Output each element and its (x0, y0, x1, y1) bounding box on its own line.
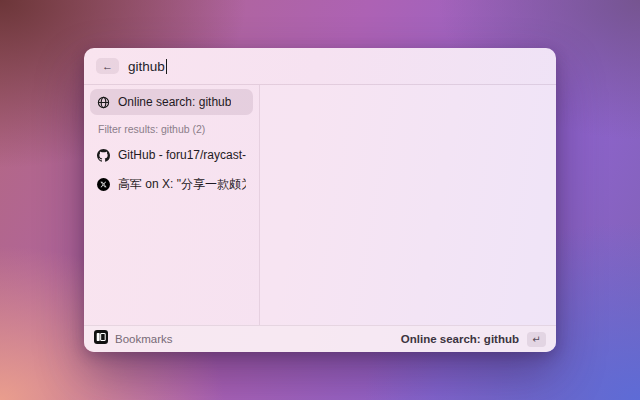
primary-action[interactable]: Online search: github ↵ (401, 332, 546, 347)
search-query-text: github (128, 59, 165, 74)
text-caret (166, 59, 168, 74)
launcher-window: ← github Online search: github (84, 48, 556, 352)
filter-results-header: Filter results: github (2) (90, 123, 253, 135)
window-body: Online search: github Filter results: gi… (84, 85, 556, 325)
result-x-post[interactable]: 高军 on X: "分享一款颇为实用的... (90, 171, 253, 197)
back-button[interactable]: ← (96, 58, 119, 74)
extension-name: Bookmarks (115, 333, 173, 345)
result-label: Online search: github (118, 95, 231, 109)
desktop-wallpaper: ← github Online search: github (0, 0, 640, 400)
globe-icon (97, 96, 110, 109)
result-label: 高军 on X: "分享一款颇为实用的... (118, 176, 246, 193)
search-input[interactable]: github (128, 59, 167, 74)
status-bar: Bookmarks Online search: github ↵ (84, 325, 556, 352)
result-github-bookmark[interactable]: GitHub - foru17/raycast-hoarder... (90, 142, 253, 168)
result-label: GitHub - foru17/raycast-hoarder... (118, 148, 246, 162)
extension-chip: Bookmarks (94, 330, 173, 348)
x-logo-icon (97, 178, 110, 191)
primary-action-label: Online search: github (401, 333, 519, 345)
results-list: Online search: github Filter results: gi… (84, 85, 260, 325)
bookmarks-app-icon (94, 330, 108, 348)
return-key-icon: ↵ (527, 332, 546, 347)
search-bar: ← github (84, 48, 556, 85)
detail-pane (260, 85, 556, 325)
github-icon (97, 149, 110, 162)
result-online-search[interactable]: Online search: github (90, 89, 253, 115)
back-arrow-icon: ← (102, 59, 113, 74)
